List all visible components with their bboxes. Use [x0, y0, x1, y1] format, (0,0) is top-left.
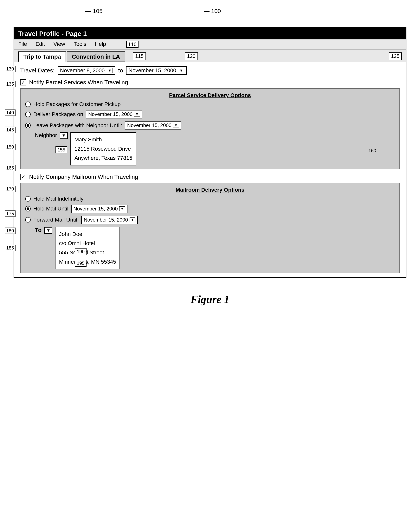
forward-address-box: John Doe c/o Omni Hotel 555 Second Stree…	[55, 227, 120, 269]
end-date-arrow[interactable]: ▼	[178, 68, 184, 73]
notify-parcel-checkbox[interactable]: ✓	[20, 79, 26, 85]
notify-parcel-row[interactable]: ✓ Notify Parcel Services When Traveling	[20, 79, 400, 86]
ref-190: 190	[75, 248, 87, 255]
end-date-field[interactable]: November 15, 2000 ▼	[126, 66, 187, 75]
travel-dates-row: Travel Dates: November 8, 2000 ▼ to Nove…	[20, 66, 400, 75]
neighbor-address-box: Mary Smith 12115 Rosewood Drive Anywhere…	[70, 132, 136, 165]
ref-130: 130	[5, 66, 15, 72]
tab-convention-la[interactable]: Convention in LA	[67, 52, 125, 62]
annotation-110: 110	[126, 41, 139, 48]
to-label: to	[118, 67, 123, 74]
deliver-date-field[interactable]: November 15, 2000 ▼	[86, 110, 142, 118]
main-window: Travel Profile - Page 1 File Edit View T…	[14, 27, 406, 278]
title-bar: Travel Profile - Page 1	[14, 28, 406, 39]
annotation-115-box: 115	[133, 53, 146, 60]
menu-file[interactable]: File	[18, 41, 27, 48]
radio-neighbor-label: Leave Packages with Neighbor Until:	[33, 122, 122, 129]
ref-135: 135	[5, 81, 15, 87]
ref-140: 140	[5, 110, 15, 115]
annotation-105: — 105	[85, 8, 102, 14]
ref-145: 145	[5, 127, 15, 133]
radio-hold-indefinitely[interactable]: Hold Mail Indefinitely	[25, 196, 395, 202]
content-area: 130 135 140 145 150 Travel Dates: Novemb…	[14, 62, 406, 277]
menu-view[interactable]: View	[53, 41, 65, 48]
annotation-120-box: 120	[185, 53, 198, 60]
radio-deliver-label: Deliver Packages on	[33, 111, 83, 117]
ref-165: 165	[5, 165, 15, 171]
radio-hold-packages-btn[interactable]	[25, 101, 31, 107]
ref-175: 175	[5, 211, 15, 216]
notify-mailroom-label: Notify Company Mailroom When Traveling	[29, 174, 138, 180]
radio-hold-until[interactable]: Hold Mail Until November 15, 2000 ▼	[25, 205, 395, 213]
mailroom-section-title: Mailroom Delivery Options	[25, 187, 395, 193]
travel-dates-label: Travel Dates:	[20, 67, 54, 74]
forward-date-field[interactable]: November 15, 2000 ▼	[81, 216, 138, 224]
radio-hold-indef-label: Hold Mail Indefinitely	[33, 196, 83, 202]
radio-deliver-btn[interactable]	[25, 112, 31, 117]
radio-deliver-packages[interactable]: Deliver Packages on November 15, 2000 ▼	[25, 110, 395, 118]
hold-until-date-field[interactable]: November 15, 2000 ▼	[71, 205, 128, 213]
annotation-100: — 100	[204, 8, 221, 14]
ref-160: 160	[368, 148, 376, 153]
hold-until-arrow[interactable]: ▼	[119, 206, 125, 211]
radio-forward-label: Forward Mail Until:	[33, 217, 79, 223]
neighbor-date-arrow[interactable]: ▼	[173, 123, 179, 128]
radio-leave-neighbor[interactable]: Leave Packages with Neighbor Until: Nove…	[25, 121, 395, 130]
forward-address-row: To ▼ John Doe c/o Omni Hotel 555 Second …	[35, 227, 395, 269]
menu-help[interactable]: Help	[95, 41, 106, 48]
parcel-section-title: Parcel Service Delivery Options	[25, 92, 395, 99]
start-date-field[interactable]: November 8, 2000 ▼	[58, 66, 115, 75]
radio-hold-packages-label: Hold Packages for Customer Pickup	[33, 101, 121, 107]
forward-date-arrow[interactable]: ▼	[130, 217, 135, 222]
radio-hold-until-label: Hold Mail Until	[33, 206, 68, 212]
radio-forward-btn[interactable]	[25, 217, 31, 222]
start-date-arrow[interactable]: ▼	[107, 68, 113, 73]
to-dropdown[interactable]: ▼	[44, 227, 52, 234]
tab-trip-tampa[interactable]: Trip to Tampa	[18, 52, 66, 62]
parcel-section-box: Parcel Service Delivery Options Hold Pac…	[20, 88, 400, 169]
ref-170: 170	[5, 186, 15, 192]
radio-forward-mail[interactable]: Forward Mail Until: November 15, 2000 ▼	[25, 216, 395, 224]
radio-neighbor-btn[interactable]	[25, 123, 31, 128]
mailroom-section-box: Mailroom Delivery Options Hold Mail Inde…	[20, 183, 400, 273]
neighbor-row-label: Neighbor	[35, 132, 57, 138]
to-forward-label: To	[35, 227, 42, 233]
ref-150: 150	[5, 144, 15, 150]
radio-hold-packages[interactable]: Hold Packages for Customer Pickup	[25, 101, 395, 107]
menu-edit[interactable]: Edit	[36, 41, 45, 48]
neighbor-row: Neighbor ▼ Mary Smith 12115 Rosewood Dri…	[35, 132, 395, 165]
ref-195: 195	[75, 260, 87, 267]
menu-tools[interactable]: Tools	[74, 41, 86, 48]
notify-mailroom-checkbox[interactable]: ✓	[20, 174, 26, 180]
ref-155: 155	[55, 146, 67, 153]
ref-180: 180	[5, 228, 15, 234]
neighbor-date-field[interactable]: November 15, 2000 ▼	[125, 121, 181, 130]
deliver-date-arrow[interactable]: ▼	[134, 112, 140, 117]
radio-hold-until-btn[interactable]	[25, 206, 31, 211]
annotation-125-box: 125	[389, 53, 402, 60]
menu-bar: File Edit View Tools Help 110	[14, 39, 406, 50]
notify-parcel-label: Notify Parcel Services When Traveling	[29, 79, 128, 86]
neighbor-dropdown[interactable]: ▼	[60, 132, 68, 139]
radio-hold-indef-btn[interactable]	[25, 196, 31, 202]
notify-mailroom-row[interactable]: ✓ Notify Company Mailroom When Traveling	[20, 174, 400, 180]
ref-185: 185	[5, 245, 15, 251]
figure-caption: Figure 1	[0, 293, 420, 306]
